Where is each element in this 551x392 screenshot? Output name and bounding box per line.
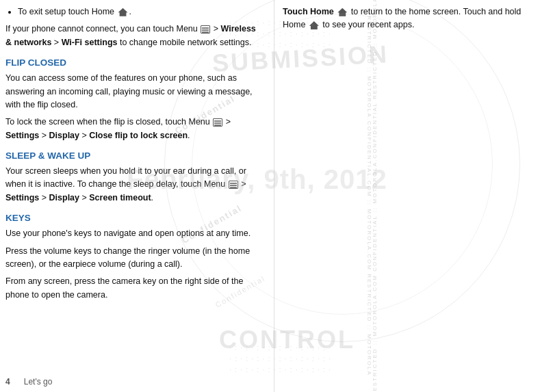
menu-icon-3 — [229, 181, 238, 189]
right-column: Touch Home to return to the home screen.… — [274, 0, 551, 392]
cannot-connect-para: If your phone cannot connect, you can to… — [5, 23, 261, 49]
settings-text-1: Settings — [5, 131, 39, 140]
page-number: 4 — [5, 377, 10, 387]
home-icon-right-1 — [337, 8, 347, 16]
bullet-list: To exit setup touch Home . — [18, 5, 261, 18]
menu-icon-1 — [201, 25, 210, 34]
touch-home-para: Touch Home to return to the home screen.… — [283, 5, 546, 32]
display-text-2: Display — [49, 193, 79, 202]
home-icon-right-2 — [309, 21, 319, 29]
sleep-wake-heading: SLEEP & WAKE UP — [5, 151, 261, 161]
screen-timeout-text: Screen timeout — [89, 193, 151, 202]
flip-closed-p2: To lock the screen when the flip is clos… — [5, 116, 261, 142]
footer-label: Let's go — [24, 377, 53, 387]
display-text-1: Display — [49, 131, 79, 140]
touch-home-label: Touch Home — [283, 7, 334, 16]
keys-p2: Press the volume keys to change the ring… — [5, 245, 261, 272]
home-icon-bullet — [118, 8, 128, 16]
wifi-settings-text: Wi-Fi settings — [62, 38, 118, 47]
sleep-p1: Your screen sleeps when you hold it to y… — [5, 165, 261, 205]
menu-icon-2 — [213, 118, 222, 127]
flip-closed-p1: You can access some of the features on y… — [5, 72, 261, 112]
page-wrapper: SUBMISSION CONTROL February, 9th, 2012 ·… — [0, 0, 551, 392]
keys-p3: From any screen, press the camera key on… — [5, 275, 261, 302]
bullet-exit: To exit setup touch Home . — [18, 5, 261, 18]
page-footer: 4 Let's go — [5, 377, 52, 387]
settings-text-2: Settings — [5, 193, 39, 202]
flip-closed-heading: FLIP CLOSED — [5, 57, 261, 68]
left-column: To exit setup touch Home . If your phone… — [0, 0, 274, 392]
keys-heading: KEYS — [5, 213, 261, 223]
keys-p1: Use your phone's keys to navigate and op… — [5, 227, 261, 240]
close-flip-text: Close flip to lock screen — [89, 131, 188, 140]
